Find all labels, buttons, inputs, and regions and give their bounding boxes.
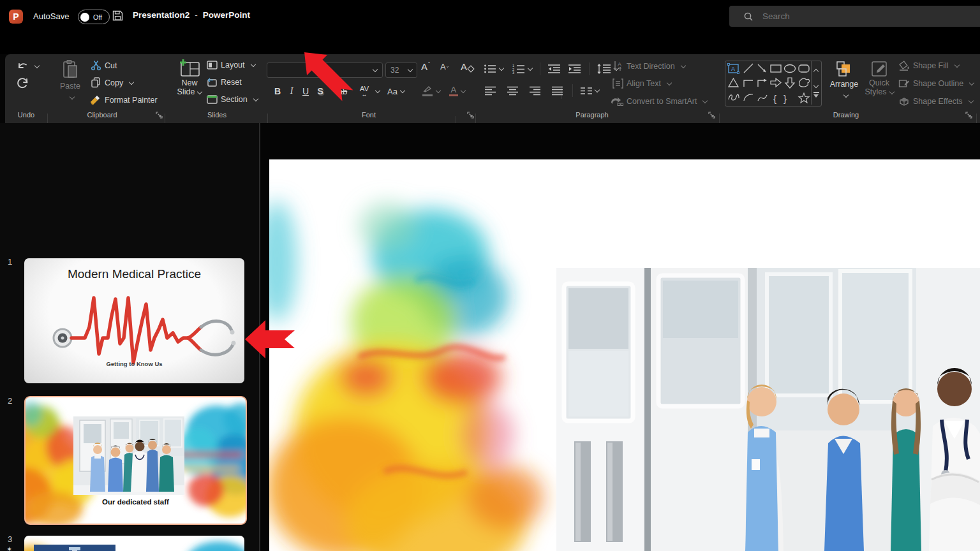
change-case-chevron[interactable] [400,88,405,93]
columns-button[interactable] [581,87,592,95]
increase-indent-button[interactable] [568,64,581,74]
shape-oval[interactable] [785,65,796,73]
powerpoint-logo-icon: P [9,10,23,24]
paste-button[interactable]: Paste [52,59,88,102]
powerpoint-window: P AutoSave Off Presentation2 - PowerPoin… [0,0,980,551]
shape-arc[interactable] [744,94,753,101]
slide-ink-artwork[interactable] [269,166,588,551]
section-button[interactable]: Section [207,95,258,104]
clear-formatting-eraser [467,65,474,72]
shape-star[interactable] [799,93,809,103]
shape-curve[interactable] [758,95,767,101]
change-case-button[interactable]: Aa [387,87,397,96]
slide-2-number: 2 [8,396,12,406]
arrange-button[interactable]: Arrange [828,61,860,100]
slide-2-staff-photo [73,416,184,495]
shape-down-arrow[interactable] [785,78,794,88]
section-icon [207,95,218,104]
numbering-chevron[interactable] [528,66,533,71]
columns-chevron[interactable] [595,87,600,92]
shape-elbow-arrow-connector[interactable] [758,79,767,87]
shape-rounded-rectangle[interactable] [799,65,809,72]
format-painter-button[interactable]: Format Painter [89,94,158,105]
numbering-button[interactable]: 123 [512,64,525,74]
new-slide-button[interactable]: New Slide [170,59,209,96]
shape-right-arrow[interactable] [771,78,781,87]
shape-elbow-connector[interactable] [744,80,753,87]
drawing-dialog-launcher[interactable] [965,112,972,119]
bullets-chevron[interactable] [499,66,504,71]
slide-staff-photo[interactable] [556,268,980,551]
shape-triangle[interactable] [729,78,738,87]
paragraph-row1: 123 [484,62,618,76]
text-direction-button[interactable]: A Text Direction [612,61,685,71]
font-size-chevron[interactable] [408,67,413,72]
paste-dropdown-chevron [69,94,74,99]
font-name-chevron[interactable] [373,67,378,72]
highlight-button dim[interactable] [422,86,433,97]
decrease-indent-button[interactable] [548,64,561,74]
cut-button[interactable]: Cut [91,60,117,71]
layout-chevron[interactable] [250,62,255,67]
search-input[interactable] [761,11,955,22]
character-spacing-chevron[interactable] [375,88,380,93]
shape-right-brace[interactable]: } [783,93,787,104]
slide-canvas[interactable] [269,159,980,551]
increase-font-button[interactable]: Aˆ [421,61,430,72]
slide-3-thumbnail[interactable] [24,536,244,551]
arrange-chevron[interactable] [843,92,848,98]
arrange-label: Arrange [828,80,860,89]
paragraph-dialog-launcher[interactable] [708,112,715,119]
animation-star-icon[interactable]: ✶ [6,545,12,551]
copy-icon [91,77,101,88]
undo-dropdown-chevron[interactable] [34,63,40,68]
shape-outline-label: Shape Outline [913,79,963,88]
convert-smartart-button[interactable]: Convert to SmartArt [610,96,707,107]
shape-scribble[interactable] [729,94,739,100]
align-left-button[interactable] [485,86,496,96]
section-label: Section [221,95,248,104]
justify-button[interactable] [552,86,563,96]
shape-textbox[interactable]: A [728,64,739,74]
section-chevron[interactable] [253,96,258,101]
bullets-button[interactable] [484,64,496,74]
font-color-button[interactable]: A [449,86,458,97]
bold-button[interactable]: B [271,86,285,96]
shape-arrow[interactable] [758,64,766,72]
gallery-scroll-down[interactable] [814,79,818,91]
undo-button[interactable] [17,61,39,72]
font-dialog-launcher[interactable] [467,112,474,119]
gallery-scroll-up[interactable] [814,65,818,77]
gallery-more-button[interactable] [813,92,819,98]
align-text-button[interactable]: Align Text [612,78,671,89]
shape-fill-button[interactable]: Shape Fill [898,61,959,71]
font-size-combobox[interactable]: 32 [385,62,417,78]
autosave-toggle[interactable]: Off [78,10,110,24]
align-center-button[interactable] [507,86,519,96]
copy-button[interactable]: Copy [91,77,133,88]
shape-left-brace[interactable]: { [773,93,776,104]
person-male-nurse [824,389,864,551]
save-icon[interactable] [112,10,124,22]
decrease-font-button[interactable]: Aˆ [440,62,449,71]
document-name: Presentation2 [133,10,189,20]
slide-2-thumbnail[interactable]: Our dedicated staff [24,396,247,525]
line-spacing-button[interactable] [597,64,611,74]
text-direction-label: Text Direction [627,62,675,71]
clear-formatting-button[interactable]: A [461,61,473,72]
new-slide-chevron[interactable] [197,89,202,94]
quick-styles-button[interactable]: Quick Styles [863,61,896,96]
shape-rectangle[interactable] [771,65,781,72]
clipboard-dialog-launcher[interactable] [156,112,163,119]
shape-freeform[interactable] [799,78,810,87]
reset-button[interactable]: Reset [207,78,242,87]
redo-button[interactable] [17,77,29,90]
align-right-button[interactable] [530,86,541,96]
slide-1-thumbnail[interactable]: Modern Medical Practice Getting to Know … [24,258,244,383]
layout-button[interactable]: Layout [207,61,255,70]
search-box[interactable] [729,6,980,27]
shape-effects-button[interactable]: Shape Effects [898,96,973,107]
shape-line[interactable] [744,64,753,73]
shape-outline-button[interactable]: Shape Outline [898,78,974,89]
copy-dropdown-chevron[interactable] [129,79,134,84]
